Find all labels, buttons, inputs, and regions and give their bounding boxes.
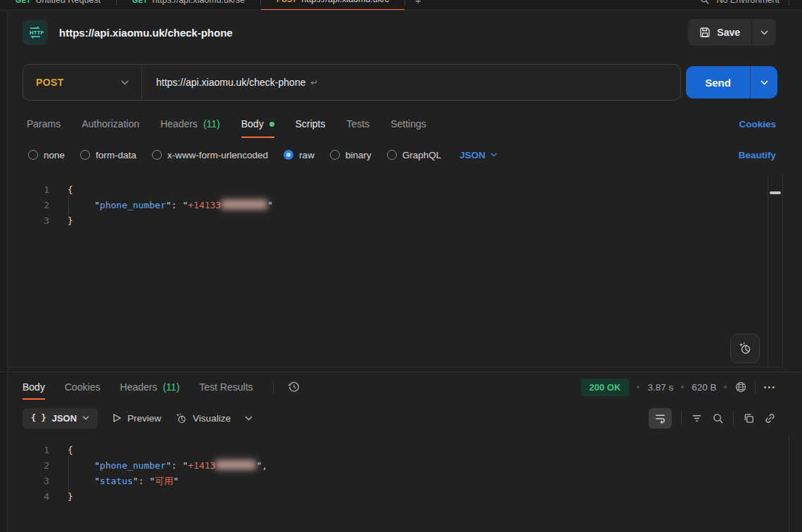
chevron-down-icon [121,80,129,85]
request-tab-untitled[interactable]: GET Untitled Request [0,0,116,10]
enter-hint: ↵ [310,77,318,88]
response-scrollbar-track[interactable] [789,435,802,532]
dot-separator [681,386,684,388]
response-tab-test-results[interactable]: Test Results [199,374,253,400]
json-value-phone: +1413 [188,460,215,471]
save-icon [699,27,711,38]
method-dropdown[interactable]: POST [23,77,141,88]
raw-format-dropdown[interactable]: JSON [459,150,497,160]
pane-divider[interactable] [0,372,802,372]
save-button[interactable]: Save [688,19,751,46]
radio-form-data[interactable]: form-data [80,150,136,160]
link-icon [764,412,776,424]
dot-separator [637,386,639,388]
url-input-container: POST https://api.xiaomu.uk/check-phone↵ [23,64,681,101]
response-history-icon[interactable] [288,381,300,393]
response-tab-headers[interactable]: Headers (11) [120,374,180,400]
radio-raw[interactable]: raw [284,150,314,160]
editor-scrollbar-thumb[interactable] [770,191,781,194]
response-tab-body[interactable]: Body [23,374,45,400]
save-label: Save [717,27,740,38]
tab-headers-label: Headers [160,118,198,129]
url-bar: POST https://api.xiaomu.uk/check-phone↵ … [23,64,777,101]
cookies-link[interactable]: Cookies [739,119,776,129]
response-time[interactable]: 3.87 s [647,382,673,393]
tab-body[interactable]: Body [241,110,274,138]
http-request-icon: HTTP [23,20,48,45]
svg-text:HTTP: HTTP [30,30,44,36]
response-format-dropdown[interactable]: { } JSON [23,408,98,429]
divider [733,412,734,424]
radio-circle-selected [284,150,293,160]
postbot-button[interactable] [730,334,760,363]
tab-tests[interactable]: Tests [346,110,369,138]
tab-scripts[interactable]: Scripts [295,110,326,138]
copy-link-button[interactable] [764,412,776,424]
line-number: 2 [7,198,49,213]
line-number: 2 [7,458,49,474]
tab-label: https://api.xiaomu.uk/c [302,0,389,4]
request-title: https://api.xiaomu.uk/check-phone [59,27,233,39]
tab-authorization[interactable]: Authorization [82,110,139,138]
response-tab-cookies[interactable]: Cookies [65,374,101,400]
brace-token: { [68,445,73,455]
filter-button[interactable] [691,412,703,424]
url-value: https://api.xiaomu.uk/check-phone [156,77,305,88]
request-header: HTTP https://api.xiaomu.uk/check-phone S… [7,11,802,54]
wrap-text-button[interactable] [649,408,672,429]
json-key-phone-number: phone_number [100,460,166,471]
line-number: 1 [7,443,49,458]
response-toolbar: { } JSON Preview Visualize [23,405,776,431]
play-icon [112,413,122,423]
radio-urlencoded[interactable]: x-www-form-urlencoded [152,150,268,160]
radio-label: GraphQL [402,150,442,160]
url-input[interactable]: https://api.xiaomu.uk/check-phone↵ [142,77,318,88]
request-tabs: Params Authorization Headers (11) Body S… [27,110,776,138]
view-options-chevron[interactable] [245,416,253,421]
radio-none[interactable]: none [28,150,65,160]
beautify-link[interactable]: Beautify [739,150,776,160]
line-number: 3 [7,474,49,489]
environment-selector[interactable]: No Environment [716,0,779,5]
radio-circle [330,150,340,160]
search-icon[interactable] [700,0,710,5]
network-globe-icon[interactable] [734,381,747,393]
tab-body-label: Body [241,118,264,129]
brace-token: } [68,491,73,502]
editor-scrollbar-track[interactable] [768,175,783,367]
request-tab-get-url[interactable]: GET https://api.xiaomu.uk/se [117,0,260,10]
radio-binary[interactable]: binary [330,150,371,160]
braces-icon: { } [31,413,46,423]
send-button[interactable]: Send [686,66,750,99]
status-badge[interactable]: 200 OK [581,379,630,396]
response-body-viewer[interactable]: 1 { 2 "phone_number":"+1413", 3 "status"… [7,435,802,532]
radio-circle [387,150,397,160]
tab-label: Untitled Request [36,0,101,5]
json-value-phone: +14133 [188,200,221,210]
copy-response-button[interactable] [743,412,755,424]
format-label: JSON [52,413,77,424]
visualize-button[interactable]: Visualize [175,412,231,424]
tab-label: https://api.xiaomu.uk/se [153,0,245,5]
search-in-response-button[interactable] [712,412,724,424]
save-options-button[interactable] [751,19,776,46]
radio-label: x-www-form-urlencoded [167,150,268,160]
save-split-button: Save [688,19,776,46]
request-body-editor[interactable]: 1 { 2 "phone_number":"+14133" 3 } [7,175,783,367]
headers-count: (11) [163,381,179,393]
tab-settings[interactable]: Settings [390,110,426,138]
tab-params[interactable]: Params [27,110,61,138]
more-options-button[interactable]: ••• [763,383,776,391]
request-tab-active[interactable]: POST https://api.xiaomu.uk/c [261,0,405,11]
radio-graphql[interactable]: GraphQL [387,150,442,160]
chevron-down-icon [490,153,497,157]
send-options-button[interactable] [750,66,777,99]
line-number: 3 [7,213,49,229]
line-number: 1 [7,182,49,198]
response-size[interactable]: 620 B [692,382,716,393]
radio-circle [152,150,162,160]
preview-button[interactable]: Preview [112,413,161,424]
tab-headers[interactable]: Headers (11) [160,110,220,138]
code-line: 3 } [7,213,783,229]
new-tab-button[interactable]: + [405,0,431,6]
